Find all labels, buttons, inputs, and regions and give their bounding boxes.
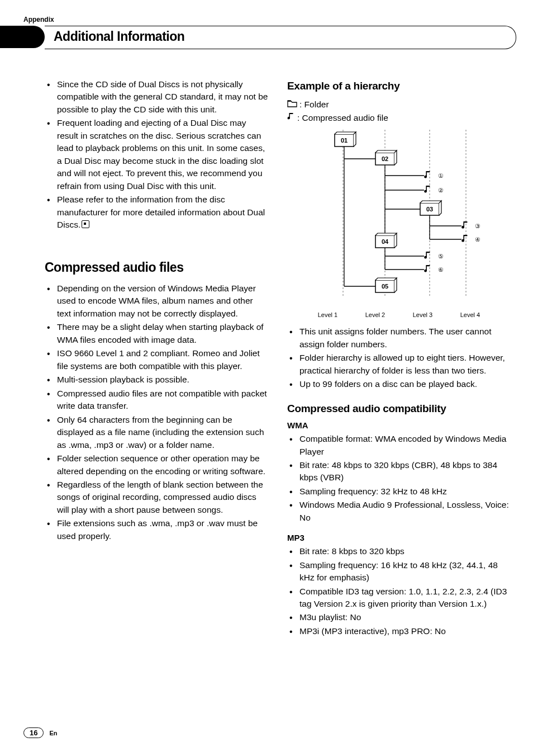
list-item: Depending on the version of Windows Medi…: [45, 282, 268, 320]
list-text: This unit assigns folder numbers. The us…: [299, 327, 491, 348]
list-item: Compatible format: WMA encoded by Window…: [287, 433, 511, 458]
list-text: Only 64 characters from the beginning ca…: [57, 415, 264, 450]
mp3-list: Bit rate: 8 kbps to 320 kbps Sampling fr…: [287, 545, 511, 637]
list-text: Compressed audio files are not compatibl…: [57, 389, 267, 410]
hierarchy-notes-list: This unit assigns folder numbers. The us…: [287, 325, 511, 390]
dual-disc-list: Since the CD side of Dual Discs is not p…: [45, 78, 268, 231]
list-item: Compressed audio files are not compatibl…: [45, 388, 268, 413]
list-item: M3u playlist: No: [287, 611, 511, 623]
folder-04-label: 04: [382, 238, 389, 245]
list-item: Sampling frequency: 32 kHz to 48 kHz: [287, 485, 511, 498]
list-text: Compatible format: WMA encoded by Window…: [299, 434, 506, 456]
file-mark-6: ⑥: [438, 266, 444, 273]
list-text: File extensions such as .wma, .mp3 or .w…: [57, 518, 258, 540]
file-mark-2: ②: [438, 187, 444, 193]
list-item: Compatible ID3 tag version: 1.0, 1.1, 2.…: [287, 585, 511, 611]
list-text: Since the CD side of Dual Discs is not p…: [57, 79, 268, 114]
folder-03-label: 03: [426, 206, 433, 212]
file-mark-1: ①: [438, 172, 444, 179]
right-column: Example of a hierarchy : Folder : Compre…: [287, 78, 511, 639]
list-text: ISO 9660 Level 1 and 2 compliant. Romeo …: [57, 348, 260, 370]
file-mark-4: ④: [475, 236, 480, 243]
list-text: Compatible ID3 tag version: 1.0, 1.1, 2.…: [299, 587, 507, 608]
list-text: Bit rate: 8 kbps to 320 kbps: [299, 546, 404, 556]
header-bar: Additional Information: [0, 26, 533, 48]
list-text: M3u playlist: No: [299, 612, 361, 622]
page-lang: En: [49, 730, 57, 736]
list-item: There may be a slight delay when startin…: [45, 321, 268, 346]
list-item: File extensions such as .wma, .mp3 or .w…: [45, 517, 268, 542]
left-column: Since the CD side of Dual Discs is not p…: [45, 78, 268, 639]
folder-05-label: 05: [382, 283, 388, 290]
list-item: Please refer to the information from the…: [45, 193, 268, 231]
list-item: ISO 9660 Level 1 and 2 compliant. Romeo …: [45, 347, 268, 372]
folder-02-label: 02: [382, 155, 388, 162]
level-4-label: Level 4: [460, 311, 480, 320]
page-number: 16: [23, 727, 44, 738]
appendix-label: Appendix: [23, 16, 54, 23]
list-item: Bit rate: 8 kbps to 320 kbps: [287, 545, 511, 557]
list-text: Sampling frequency: 16 kHz to 48 kHz (32…: [299, 560, 498, 582]
wma-heading: WMA: [287, 419, 511, 432]
list-text: Depending on the version of Windows Medi…: [57, 284, 256, 318]
list-text: Multi-session playback is possible.: [57, 375, 189, 384]
list-item: Only 64 characters from the beginning ca…: [45, 414, 268, 451]
compressed-list: Depending on the version of Windows Medi…: [45, 282, 268, 542]
list-item: Bit rate: 48 kbps to 320 kbps (CBR), 48 …: [287, 459, 511, 484]
list-item: This unit assigns folder numbers. The us…: [287, 325, 511, 351]
list-item: MP3i (MP3 interactive), mp3 PRO: No: [287, 625, 511, 637]
file-mark-5: ⑤: [438, 253, 444, 259]
file-mark-3: ③: [475, 223, 480, 229]
legend-folder: : Folder: [287, 98, 511, 111]
list-text: Regardless of the length of blank sectio…: [57, 480, 263, 514]
level-labels: Level 1 Level 2 Level 3 Level 4: [304, 311, 494, 320]
page-footer: 16 En: [23, 727, 58, 738]
list-item: Regardless of the length of blank sectio…: [45, 479, 268, 516]
header-tab: [0, 26, 45, 48]
list-item: Windows Media Audio 9 Professional, Loss…: [287, 499, 511, 524]
list-item: Frequent loading and ejecting of a Dual …: [45, 117, 268, 192]
hierarchy-diagram: 01 02 ① ②: [287, 130, 511, 309]
list-text: Frequent loading and ejecting of a Dual …: [57, 118, 265, 190]
wma-list: Compatible format: WMA encoded by Window…: [287, 433, 511, 524]
page-title: Additional Information: [54, 29, 184, 44]
folder-icon: [287, 98, 297, 111]
list-text: Folder hierarchy is allowed up to eight …: [299, 353, 505, 375]
level-1-label: Level 1: [318, 311, 337, 320]
list-text: Windows Media Audio 9 Professional, Loss…: [299, 500, 509, 522]
folder-01-label: 01: [341, 137, 348, 144]
list-item: Folder selection sequence or other opera…: [45, 452, 268, 478]
level-3-label: Level 3: [413, 311, 432, 320]
list-text: Bit rate: 48 kbps to 320 kbps (CBR), 48 …: [299, 460, 497, 482]
list-item: Since the CD side of Dual Discs is not p…: [45, 78, 268, 116]
list-text: Folder selection sequence or other opera…: [57, 453, 265, 475]
legend-file: : Compressed audio file: [287, 112, 511, 124]
list-item: Sampling frequency: 16 kHz to 48 kHz (32…: [287, 559, 511, 584]
legend-file-text: : Compressed audio file: [297, 112, 388, 124]
section-heading-compressed: Compressed audio files: [45, 258, 268, 277]
list-item: Folder hierarchy is allowed up to eight …: [287, 352, 511, 377]
example-heading: Example of a hierarchy: [287, 78, 511, 94]
list-item: Up to 99 folders on a disc can be played…: [287, 378, 511, 390]
mp3-heading: MP3: [287, 532, 511, 544]
list-text: Sampling frequency: 32 kHz to 48 kHz: [299, 486, 447, 496]
list-text: There may be a slight delay when startin…: [57, 322, 264, 344]
compat-heading: Compressed audio compatibility: [287, 401, 511, 417]
level-2-label: Level 2: [365, 311, 385, 320]
list-item: Multi-session playback is possible.: [45, 374, 268, 386]
list-text: MP3i (MP3 interactive), mp3 PRO: No: [299, 626, 446, 636]
end-mark-icon: [82, 220, 89, 228]
list-text: Up to 99 folders on a disc can be played…: [299, 379, 477, 389]
music-note-icon: [287, 112, 295, 124]
legend-folder-text: : Folder: [299, 98, 329, 111]
